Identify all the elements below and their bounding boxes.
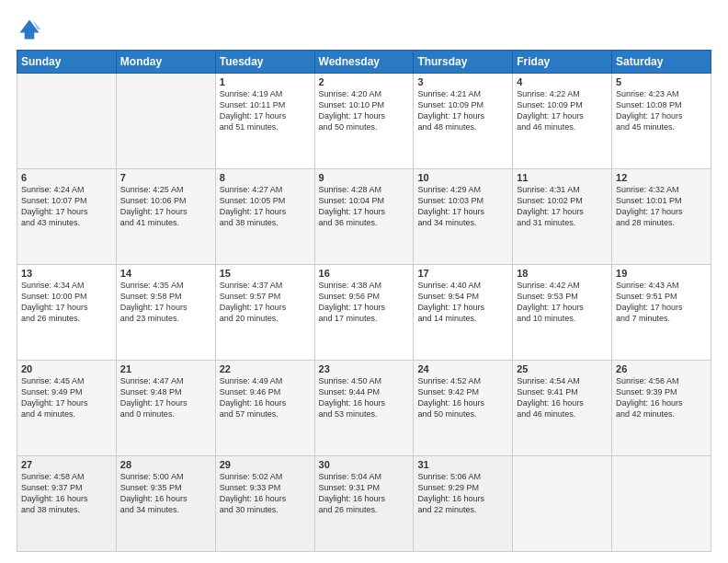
- day-info: Sunrise: 4:43 AM Sunset: 9:51 PM Dayligh…: [616, 280, 707, 325]
- week-row-3: 13Sunrise: 4:34 AM Sunset: 10:00 PM Dayl…: [17, 265, 711, 361]
- day-cell: 28Sunrise: 5:00 AM Sunset: 9:35 PM Dayli…: [116, 456, 215, 552]
- day-info: Sunrise: 4:40 AM Sunset: 9:54 PM Dayligh…: [417, 280, 508, 325]
- day-cell: 24Sunrise: 4:52 AM Sunset: 9:42 PM Dayli…: [414, 361, 513, 456]
- day-number: 11: [517, 172, 608, 183]
- day-cell: 27Sunrise: 4:58 AM Sunset: 9:37 PM Dayli…: [17, 456, 117, 552]
- header: [17, 17, 711, 42]
- day-cell: 22Sunrise: 4:49 AM Sunset: 9:46 PM Dayli…: [215, 361, 314, 456]
- day-info: Sunrise: 4:54 AM Sunset: 9:41 PM Dayligh…: [517, 375, 608, 420]
- day-number: 18: [517, 268, 608, 279]
- day-cell: 7Sunrise: 4:25 AM Sunset: 10:06 PM Dayli…: [116, 169, 215, 265]
- day-cell: 31Sunrise: 5:06 AM Sunset: 9:29 PM Dayli…: [414, 456, 513, 552]
- day-info: Sunrise: 4:38 AM Sunset: 9:56 PM Dayligh…: [319, 280, 410, 325]
- day-info: Sunrise: 4:28 AM Sunset: 10:04 PM Daylig…: [319, 184, 410, 229]
- page: SundayMondayTuesdayWednesdayThursdayFrid…: [0, 0, 728, 563]
- day-cell: 26Sunrise: 4:56 AM Sunset: 9:39 PM Dayli…: [612, 361, 711, 456]
- day-number: 9: [319, 172, 410, 183]
- day-info: Sunrise: 4:45 AM Sunset: 9:49 PM Dayligh…: [21, 375, 112, 420]
- day-cell: 2Sunrise: 4:20 AM Sunset: 10:10 PM Dayli…: [314, 74, 414, 169]
- day-cell: 13Sunrise: 4:34 AM Sunset: 10:00 PM Dayl…: [17, 265, 117, 361]
- day-number: 26: [616, 363, 707, 374]
- day-number: 13: [21, 268, 112, 279]
- day-cell: 6Sunrise: 4:24 AM Sunset: 10:07 PM Dayli…: [17, 169, 117, 265]
- logo-icon: [17, 17, 42, 42]
- day-number: 21: [120, 363, 211, 374]
- day-cell: 8Sunrise: 4:27 AM Sunset: 10:05 PM Dayli…: [215, 169, 314, 265]
- day-cell: 12Sunrise: 4:32 AM Sunset: 10:01 PM Dayl…: [612, 169, 711, 265]
- day-info: Sunrise: 5:06 AM Sunset: 9:29 PM Dayligh…: [417, 471, 508, 516]
- day-header-thursday: Thursday: [414, 51, 513, 74]
- day-number: 8: [220, 172, 311, 183]
- day-header-monday: Monday: [116, 51, 215, 74]
- day-cell: 1Sunrise: 4:19 AM Sunset: 10:11 PM Dayli…: [215, 74, 314, 169]
- day-number: 4: [517, 76, 608, 87]
- day-number: 6: [21, 172, 112, 183]
- day-info: Sunrise: 4:19 AM Sunset: 10:11 PM Daylig…: [220, 88, 311, 133]
- day-cell: 10Sunrise: 4:29 AM Sunset: 10:03 PM Dayl…: [414, 169, 513, 265]
- day-info: Sunrise: 4:27 AM Sunset: 10:05 PM Daylig…: [220, 184, 311, 229]
- day-number: 23: [319, 363, 410, 374]
- day-header-tuesday: Tuesday: [215, 51, 314, 74]
- day-info: Sunrise: 4:58 AM Sunset: 9:37 PM Dayligh…: [21, 471, 112, 516]
- day-number: 31: [417, 459, 508, 470]
- day-cell: 25Sunrise: 4:54 AM Sunset: 9:41 PM Dayli…: [513, 361, 612, 456]
- day-info: Sunrise: 4:22 AM Sunset: 10:09 PM Daylig…: [517, 88, 608, 133]
- day-cell: 17Sunrise: 4:40 AM Sunset: 9:54 PM Dayli…: [414, 265, 513, 361]
- day-number: 29: [220, 459, 311, 470]
- day-info: Sunrise: 4:52 AM Sunset: 9:42 PM Dayligh…: [417, 375, 508, 420]
- day-info: Sunrise: 4:50 AM Sunset: 9:44 PM Dayligh…: [319, 375, 410, 420]
- logo: [17, 17, 46, 42]
- day-number: 2: [319, 76, 410, 87]
- day-cell: 3Sunrise: 4:21 AM Sunset: 10:09 PM Dayli…: [414, 74, 513, 169]
- day-header-wednesday: Wednesday: [314, 51, 414, 74]
- day-number: 17: [417, 268, 508, 279]
- day-number: 12: [616, 172, 707, 183]
- day-number: 28: [120, 459, 211, 470]
- day-info: Sunrise: 4:25 AM Sunset: 10:06 PM Daylig…: [120, 184, 211, 229]
- day-cell: 30Sunrise: 5:04 AM Sunset: 9:31 PM Dayli…: [314, 456, 414, 552]
- day-number: 7: [120, 172, 211, 183]
- calendar-header-row: SundayMondayTuesdayWednesdayThursdayFrid…: [17, 51, 711, 74]
- day-number: 25: [517, 363, 608, 374]
- week-row-2: 6Sunrise: 4:24 AM Sunset: 10:07 PM Dayli…: [17, 169, 711, 265]
- day-info: Sunrise: 4:56 AM Sunset: 9:39 PM Dayligh…: [616, 375, 707, 420]
- day-cell: [612, 456, 711, 552]
- week-row-1: 1Sunrise: 4:19 AM Sunset: 10:11 PM Dayli…: [17, 74, 711, 169]
- day-info: Sunrise: 4:23 AM Sunset: 10:08 PM Daylig…: [616, 88, 707, 133]
- day-header-friday: Friday: [513, 51, 612, 74]
- day-info: Sunrise: 5:02 AM Sunset: 9:33 PM Dayligh…: [220, 471, 311, 516]
- day-info: Sunrise: 4:31 AM Sunset: 10:02 PM Daylig…: [517, 184, 608, 229]
- day-cell: 5Sunrise: 4:23 AM Sunset: 10:08 PM Dayli…: [612, 74, 711, 169]
- day-header-sunday: Sunday: [17, 51, 117, 74]
- day-info: Sunrise: 4:37 AM Sunset: 9:57 PM Dayligh…: [220, 280, 311, 325]
- day-cell: [513, 456, 612, 552]
- day-info: Sunrise: 4:29 AM Sunset: 10:03 PM Daylig…: [417, 184, 508, 229]
- day-cell: [17, 74, 117, 169]
- day-cell: 19Sunrise: 4:43 AM Sunset: 9:51 PM Dayli…: [612, 265, 711, 361]
- day-info: Sunrise: 5:00 AM Sunset: 9:35 PM Dayligh…: [120, 471, 211, 516]
- day-info: Sunrise: 4:47 AM Sunset: 9:48 PM Dayligh…: [120, 375, 211, 420]
- day-cell: [116, 74, 215, 169]
- day-info: Sunrise: 4:35 AM Sunset: 9:58 PM Dayligh…: [120, 280, 211, 325]
- day-cell: 11Sunrise: 4:31 AM Sunset: 10:02 PM Dayl…: [513, 169, 612, 265]
- day-cell: 15Sunrise: 4:37 AM Sunset: 9:57 PM Dayli…: [215, 265, 314, 361]
- day-info: Sunrise: 5:04 AM Sunset: 9:31 PM Dayligh…: [319, 471, 410, 516]
- week-row-5: 27Sunrise: 4:58 AM Sunset: 9:37 PM Dayli…: [17, 456, 711, 552]
- day-cell: 18Sunrise: 4:42 AM Sunset: 9:53 PM Dayli…: [513, 265, 612, 361]
- day-header-saturday: Saturday: [612, 51, 711, 74]
- day-number: 14: [120, 268, 211, 279]
- day-number: 20: [21, 363, 112, 374]
- day-number: 27: [21, 459, 112, 470]
- day-cell: 14Sunrise: 4:35 AM Sunset: 9:58 PM Dayli…: [116, 265, 215, 361]
- day-number: 5: [616, 76, 707, 87]
- day-cell: 16Sunrise: 4:38 AM Sunset: 9:56 PM Dayli…: [314, 265, 414, 361]
- day-number: 30: [319, 459, 410, 470]
- day-info: Sunrise: 4:42 AM Sunset: 9:53 PM Dayligh…: [517, 280, 608, 325]
- day-cell: 23Sunrise: 4:50 AM Sunset: 9:44 PM Dayli…: [314, 361, 414, 456]
- day-number: 10: [417, 172, 508, 183]
- day-number: 22: [220, 363, 311, 374]
- day-cell: 21Sunrise: 4:47 AM Sunset: 9:48 PM Dayli…: [116, 361, 215, 456]
- day-info: Sunrise: 4:21 AM Sunset: 10:09 PM Daylig…: [417, 88, 508, 133]
- day-number: 19: [616, 268, 707, 279]
- calendar: SundayMondayTuesdayWednesdayThursdayFrid…: [17, 50, 711, 552]
